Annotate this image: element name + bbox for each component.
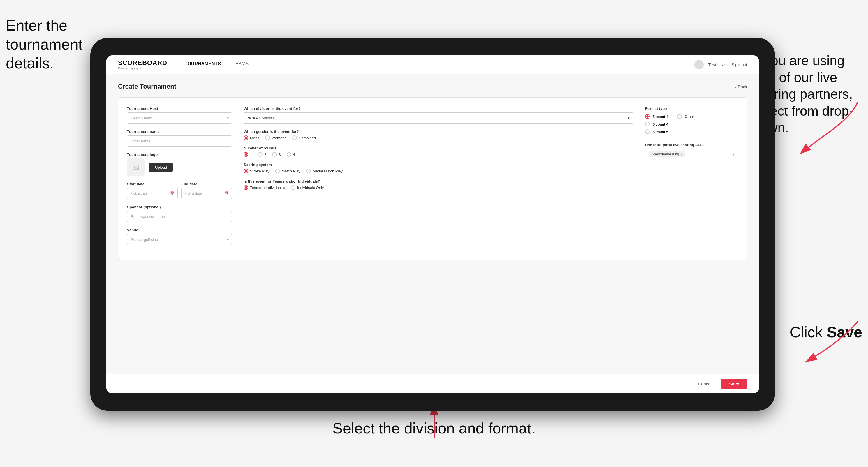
start-date-group: Start date Pick a date 📅 xyxy=(127,182,178,199)
start-date-input[interactable]: Pick a date 📅 xyxy=(127,188,178,199)
rounds-4-label: 4 xyxy=(293,152,295,157)
name-label: Tournament name xyxy=(127,129,232,134)
rounds-4-radio[interactable] xyxy=(287,152,291,157)
format-options-left: 5 count 4 6 count 4 6 count 5 xyxy=(645,114,669,134)
brand-name: SCOREBOARD xyxy=(118,59,167,67)
save-button[interactable]: Save xyxy=(721,379,747,388)
tablet-device: SCOREBOARD Powered by clippit TOURNAMENT… xyxy=(90,38,775,411)
individuals-label: Individuals Only xyxy=(297,186,324,190)
gender-label: Which gender is the event for? xyxy=(244,129,633,134)
live-scoring-clear[interactable]: × xyxy=(681,152,682,156)
venue-placeholder: Search golf club xyxy=(131,238,158,242)
rounds-3-radio[interactable] xyxy=(272,152,277,157)
format-group: Format type 5 count 4 6 count xyxy=(645,106,738,134)
rounds-1-radio[interactable] xyxy=(244,152,248,157)
individuals-radio[interactable] xyxy=(291,185,296,190)
format-5count4-radio[interactable] xyxy=(645,114,650,119)
gender-combined-radio[interactable] xyxy=(292,135,297,140)
main-content: Create Tournament ‹ Back Tournament Host… xyxy=(106,74,759,374)
venue-dropdown-icon: ▾ xyxy=(227,238,229,242)
name-input[interactable]: Enter name xyxy=(127,135,232,147)
logo-group: Tournament logo Upload xyxy=(127,152,232,176)
format-6count4[interactable]: 6 count 4 xyxy=(645,122,669,126)
gender-mens[interactable]: Mens xyxy=(244,135,259,140)
rounds-3[interactable]: 3 xyxy=(272,152,281,157)
rounds-2-label: 2 xyxy=(264,152,266,157)
scoring-stroke-label: Stroke Play xyxy=(250,169,269,173)
annotation-enter-tournament: Enter the tournament details. xyxy=(6,16,96,73)
annotation-click-save: Click Save xyxy=(789,323,862,342)
venue-group: Venue Search golf club ▾ xyxy=(127,228,232,245)
host-label: Tournament Host xyxy=(127,106,232,111)
user-avatar xyxy=(694,60,704,69)
teams-plus-individuals[interactable]: Teams (+Individuals) xyxy=(244,185,285,190)
scoring-radio-group: Stroke Play Match Play Medal Match Play xyxy=(244,169,633,173)
format-label: Format type xyxy=(645,106,738,111)
scoring-label: Scoring system xyxy=(244,162,633,167)
name-placeholder: Enter name xyxy=(131,139,150,143)
tablet-screen: SCOREBOARD Powered by clippit TOURNAMENT… xyxy=(106,55,759,393)
end-date-group: End date Pick a date 📅 xyxy=(181,182,232,199)
live-scoring-select[interactable]: Leaderboard King × ▾ xyxy=(645,149,738,159)
host-input-wrapper: Search team ▾ xyxy=(127,113,232,124)
rounds-1[interactable]: 1 xyxy=(244,152,252,157)
nav-link-tournaments[interactable]: TOURNAMENTS xyxy=(185,61,221,68)
live-scoring-value: Leaderboard King xyxy=(651,152,679,156)
rounds-radio-group: 1 2 3 xyxy=(244,152,633,157)
rounds-4[interactable]: 4 xyxy=(287,152,295,157)
live-scoring-group: Use third-party live scoring API? Leader… xyxy=(645,143,738,159)
host-group: Tournament Host Search team ▾ xyxy=(127,106,232,124)
format-6count5-label: 6 count 5 xyxy=(653,130,669,134)
gender-radio-group: Mens Womens Combined xyxy=(244,135,633,140)
brand-sub: Powered by clippit xyxy=(118,67,167,70)
cancel-button[interactable]: Cancel xyxy=(693,379,716,388)
rounds-2-radio[interactable] xyxy=(258,152,262,157)
nav-links: TOURNAMENTS TEAMS xyxy=(185,61,694,68)
scoring-stroke-radio[interactable] xyxy=(244,169,248,173)
division-group: Which division is the event for? NCAA Di… xyxy=(244,106,633,124)
format-6count5[interactable]: 6 count 5 xyxy=(645,129,669,134)
rounds-2[interactable]: 2 xyxy=(258,152,266,157)
scoring-match[interactable]: Match Play xyxy=(275,169,300,173)
division-select[interactable]: NCAA Division I ▾ xyxy=(244,113,633,124)
gender-mens-radio[interactable] xyxy=(244,135,248,140)
gender-womens[interactable]: Womens xyxy=(265,135,286,140)
format-6count4-label: 6 count 4 xyxy=(653,122,669,126)
sponsor-input[interactable]: Enter sponsor name xyxy=(127,211,232,222)
scoring-match-radio[interactable] xyxy=(275,169,280,173)
end-date-input[interactable]: Pick a date 📅 xyxy=(181,188,232,199)
teams-radio[interactable] xyxy=(244,185,248,190)
scoring-medal[interactable]: Medal Match Play xyxy=(306,169,343,173)
format-other[interactable]: Other xyxy=(677,114,694,119)
back-link[interactable]: ‹ Back xyxy=(735,84,747,89)
venue-input[interactable]: Search golf club xyxy=(127,234,232,245)
logo-placeholder xyxy=(127,158,145,176)
start-date-placeholder: Pick a date xyxy=(130,191,148,195)
form-card: Tournament Host Search team ▾ Tournament… xyxy=(118,97,747,260)
division-dropdown-icon: ▾ xyxy=(628,116,630,120)
individuals-only[interactable]: Individuals Only xyxy=(291,185,324,190)
format-6count4-radio[interactable] xyxy=(645,122,650,126)
form-footer: Cancel Save xyxy=(106,374,759,393)
nav-link-teams[interactable]: TEAMS xyxy=(232,61,249,68)
format-options-right: Other xyxy=(677,114,694,134)
signout-link[interactable]: Sign out xyxy=(731,62,747,67)
nav-brand: SCOREBOARD Powered by clippit xyxy=(118,59,167,70)
teams-group: Is this event for Teams and/or Individua… xyxy=(244,179,633,190)
teams-label-text: Teams (+Individuals) xyxy=(250,186,285,190)
gender-combined[interactable]: Combined xyxy=(292,135,316,140)
rounds-label: Number of rounds xyxy=(244,146,633,150)
format-options-row: 5 count 4 6 count 4 6 count 5 xyxy=(645,113,738,134)
host-input[interactable]: Search team xyxy=(127,113,232,124)
scoring-medal-radio[interactable] xyxy=(306,169,311,173)
scoring-stroke[interactable]: Stroke Play xyxy=(244,169,269,173)
end-date-placeholder: Pick a date xyxy=(184,191,202,195)
upload-button[interactable]: Upload xyxy=(149,163,173,172)
gender-womens-label: Womens xyxy=(272,136,286,140)
format-6count5-radio[interactable] xyxy=(645,129,650,134)
form-col-1: Tournament Host Search team ▾ Tournament… xyxy=(127,106,232,251)
annotation-select-division: Select the division and format. xyxy=(333,419,535,438)
gender-womens-radio[interactable] xyxy=(265,135,270,140)
format-other-radio[interactable] xyxy=(677,114,682,119)
format-5count4[interactable]: 5 count 4 xyxy=(645,114,669,119)
